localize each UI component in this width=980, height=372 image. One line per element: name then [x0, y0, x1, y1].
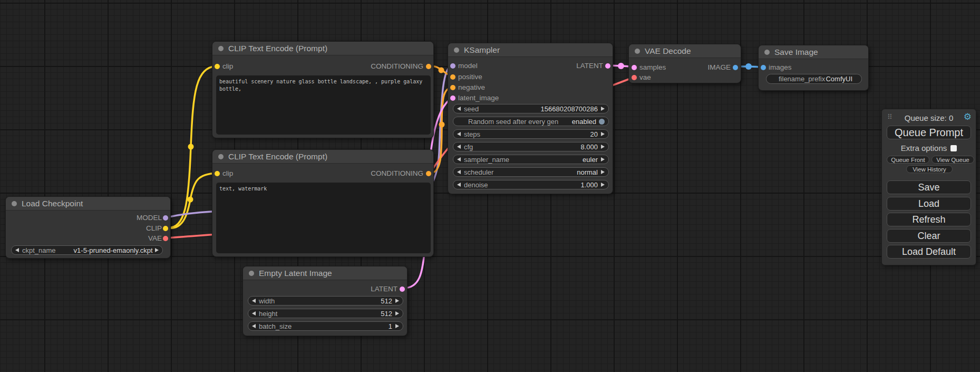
view-queue-button[interactable]: View Queue: [932, 156, 974, 164]
widget-value: 20: [590, 130, 598, 138]
extra-options-checkbox[interactable]: [950, 145, 957, 151]
node-load-checkpoint[interactable]: Load Checkpoint MODEL CLIP VAE ckpt_name…: [5, 196, 171, 259]
node-collapse-dot-icon[interactable]: [635, 49, 640, 54]
node-clip-text-encode-negative[interactable]: CLIP Text Encode (Prompt) clip CONDITION…: [212, 149, 434, 257]
input-label-latent-image: latent_image: [458, 94, 499, 102]
input-port-clip[interactable]: [215, 64, 220, 69]
reroute-dot-image: [745, 63, 752, 70]
input-port-clip[interactable]: [215, 171, 220, 176]
view-history-button[interactable]: View History: [906, 165, 953, 173]
load-default-button[interactable]: Load Default: [887, 245, 971, 259]
node-clip-text-encode-positive[interactable]: CLIP Text Encode (Prompt) clip CONDITION…: [212, 41, 434, 138]
input-port-vae[interactable]: [632, 75, 637, 80]
decrement-arrow-icon[interactable]: [457, 107, 461, 111]
node-collapse-dot-icon[interactable]: [12, 201, 17, 206]
decrement-arrow-icon[interactable]: [457, 132, 461, 136]
node-vae-decode[interactable]: VAE Decode samples vae IMAGE: [628, 44, 741, 83]
node-collapse-dot-icon[interactable]: [218, 154, 224, 159]
prompt-textarea[interactable]: beautiful scenery nature glass bottle la…: [216, 75, 431, 135]
widget-value: 512: [381, 297, 392, 305]
input-port-positive[interactable]: [450, 74, 455, 80]
widget-sampler-name[interactable]: sampler_name euler: [453, 155, 609, 164]
node-ksampler[interactable]: KSampler model positive negative latent_…: [448, 43, 613, 194]
widget-value: 1: [389, 322, 392, 330]
widget-filename-prefix[interactable]: filename_prefix ComfyUI: [766, 74, 862, 84]
increment-arrow-icon[interactable]: [601, 107, 605, 111]
increment-arrow-icon[interactable]: [395, 311, 399, 316]
output-port-vae[interactable]: [163, 236, 168, 241]
node-collapse-dot-icon[interactable]: [249, 271, 254, 276]
node-empty-latent-image[interactable]: Empty Latent Image LATENT width 512 heig…: [242, 266, 407, 336]
node-title-bar[interactable]: KSampler: [448, 43, 613, 57]
output-port-model[interactable]: [163, 215, 168, 221]
output-port-conditioning[interactable]: [426, 171, 431, 176]
graph-canvas[interactable]: Load Checkpoint MODEL CLIP VAE ckpt_name…: [0, 0, 980, 372]
widget-seed[interactable]: seed 156680208700286: [453, 104, 609, 113]
refresh-button[interactable]: Refresh: [887, 213, 971, 226]
decrement-arrow-icon[interactable]: [252, 324, 256, 328]
widget-width[interactable]: width 512: [248, 296, 403, 306]
widget-value: 1.000: [580, 181, 598, 189]
queue-front-button[interactable]: Queue Front: [887, 156, 929, 164]
output-label-latent: LATENT: [371, 285, 397, 293]
increment-arrow-icon[interactable]: [601, 157, 605, 161]
node-title-bar[interactable]: Save Image: [759, 45, 868, 59]
output-port-conditioning[interactable]: [426, 64, 431, 69]
decrement-arrow-icon[interactable]: [15, 248, 19, 252]
input-port-model[interactable]: [450, 63, 455, 69]
node-title-bar[interactable]: CLIP Text Encode (Prompt): [212, 42, 433, 55]
increment-arrow-icon[interactable]: [601, 145, 605, 149]
decrement-arrow-icon[interactable]: [457, 183, 461, 187]
node-save-image[interactable]: Save Image images filename_prefix ComfyU…: [758, 45, 869, 91]
node-collapse-dot-icon[interactable]: [454, 47, 459, 53]
widget-name: scheduler: [464, 168, 493, 176]
widget-random-seed-toggle[interactable]: Random seed after every gen enabled: [453, 117, 609, 126]
node-title: VAE Decode: [645, 46, 691, 56]
increment-arrow-icon[interactable]: [601, 183, 605, 187]
toggle-dot-icon[interactable]: [599, 119, 605, 125]
node-title: KSampler: [464, 45, 500, 55]
output-port-clip[interactable]: [163, 226, 168, 231]
increment-arrow-icon[interactable]: [601, 170, 605, 174]
widget-steps[interactable]: steps 20: [453, 129, 609, 139]
output-port-latent[interactable]: [605, 63, 610, 69]
widget-value: 512: [381, 310, 392, 318]
widget-scheduler[interactable]: scheduler normal: [453, 167, 609, 177]
increment-arrow-icon[interactable]: [155, 248, 159, 252]
decrement-arrow-icon[interactable]: [457, 157, 461, 161]
node-title: CLIP Text Encode (Prompt): [228, 44, 327, 53]
decrement-arrow-icon[interactable]: [457, 170, 461, 174]
prompt-textarea[interactable]: text, watermark: [216, 183, 431, 253]
input-port-negative[interactable]: [450, 85, 455, 90]
node-title-bar[interactable]: VAE Decode: [629, 44, 741, 58]
input-port-latent-image[interactable]: [450, 96, 455, 101]
widget-name: sampler_name: [464, 156, 509, 164]
node-collapse-dot-icon[interactable]: [218, 46, 224, 51]
reroute-dot-clip-1: [188, 144, 194, 150]
input-port-samples[interactable]: [632, 65, 637, 70]
decrement-arrow-icon[interactable]: [252, 311, 256, 316]
widget-height[interactable]: height 512: [248, 309, 403, 318]
output-port-image[interactable]: [733, 65, 738, 70]
reroute-dot-conditioning-2: [439, 122, 445, 128]
output-port-latent[interactable]: [400, 287, 405, 292]
widget-denoise[interactable]: denoise 1.000: [453, 180, 609, 189]
widget-batch-size[interactable]: batch_size 1: [248, 321, 403, 331]
queue-prompt-button[interactable]: Queue Prompt: [887, 126, 971, 139]
widget-cfg[interactable]: cfg 8.000: [453, 142, 609, 151]
clear-button[interactable]: Clear: [887, 229, 971, 243]
increment-arrow-icon[interactable]: [395, 324, 399, 328]
increment-arrow-icon[interactable]: [601, 132, 605, 136]
decrement-arrow-icon[interactable]: [252, 299, 256, 303]
save-button[interactable]: Save: [887, 180, 971, 194]
widget-ckpt-name[interactable]: ckpt_name v1-5-pruned-emaonly.ckpt: [11, 245, 163, 255]
node-title-bar[interactable]: Empty Latent Image: [243, 266, 407, 280]
input-port-images[interactable]: [761, 65, 766, 70]
node-collapse-dot-icon[interactable]: [764, 50, 770, 55]
node-title-bar[interactable]: Load Checkpoint: [6, 197, 170, 211]
increment-arrow-icon[interactable]: [395, 299, 399, 303]
settings-gear-icon[interactable]: ⚙: [964, 111, 972, 122]
node-title-bar[interactable]: CLIP Text Encode (Prompt): [212, 150, 433, 164]
load-button[interactable]: Load: [887, 197, 971, 211]
decrement-arrow-icon[interactable]: [457, 145, 461, 149]
